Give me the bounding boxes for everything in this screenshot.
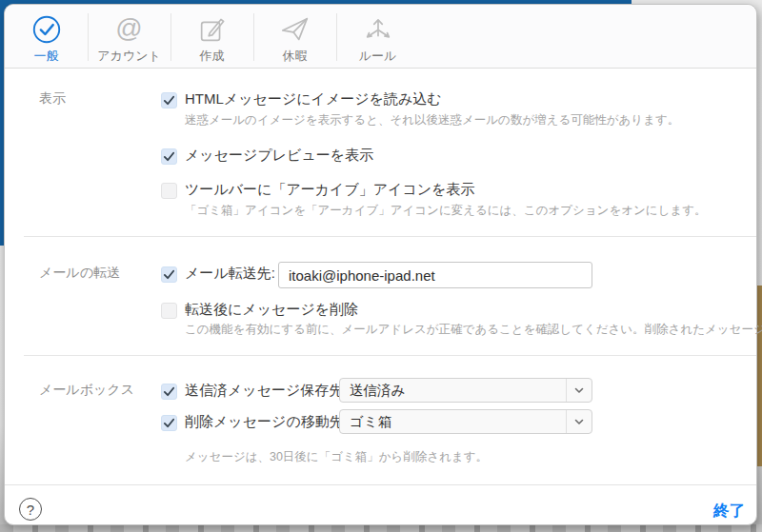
compose-icon (195, 12, 230, 47)
tab-accounts[interactable]: @ アカウント (88, 5, 170, 69)
tab-label: 一般 (34, 48, 59, 65)
helper-load-html-images: 迷惑メールのイメージを表示すると、それ以後迷惑メールの数が増える可能性があります… (185, 112, 679, 128)
background-page-content (0, 524, 762, 532)
mail-preferences-dialog: 一般 @ アカウント 作成 休暇 (4, 4, 757, 525)
question-mark-icon: ? (27, 502, 34, 518)
section-divider (24, 355, 756, 356)
checkbox-label-archive-icon[interactable]: ツールバーに「アーカイブ」アイコンを表示 (185, 181, 475, 199)
sent-save-value: 送信済み (340, 382, 566, 400)
preferences-toolbar: 一般 @ アカウント 作成 休暇 (5, 5, 756, 69)
checkbox-sent-save[interactable] (161, 384, 177, 400)
tab-vacation[interactable]: 休暇 (253, 5, 336, 69)
checkbox-label-delete-after-forward[interactable]: 転送後にメッセージを削除 (185, 301, 358, 319)
helper-delete-after-forward: この機能を有効にする前に、メールアドレスが正確であることを確認してください。削除… (185, 322, 762, 338)
checkbox-label-sent-save[interactable]: 送信済メッセージ保存先: (185, 382, 348, 400)
checkbox-deleted-move[interactable] (161, 415, 177, 431)
tab-label: 休暇 (283, 48, 308, 65)
check-circle-icon (30, 12, 64, 47)
tab-separator (88, 13, 89, 61)
checkbox-label-deleted-move[interactable]: 削除メッセージの移動先: (185, 413, 348, 431)
help-button[interactable]: ? (19, 498, 42, 521)
tab-general[interactable]: 一般 (5, 5, 88, 69)
footer-divider (5, 484, 756, 485)
forward-address-input[interactable] (278, 262, 592, 288)
sent-save-select[interactable]: 送信済み (339, 378, 592, 403)
tab-compose[interactable]: 作成 (170, 5, 253, 69)
chevron-down-icon (566, 379, 592, 402)
chevron-down-icon (566, 410, 592, 433)
deleted-move-select[interactable]: ゴミ箱 (339, 409, 592, 434)
tab-label: 作成 (200, 48, 225, 65)
tab-separator (253, 13, 254, 61)
tab-label: ルール (359, 48, 397, 65)
at-icon: @ (112, 12, 147, 47)
helper-archive-icon: 「ゴミ箱」アイコンを「アーカイブ」アイコンに変えるには、このオプションをオンにし… (185, 203, 706, 219)
checkbox-archive-icon[interactable] (161, 183, 177, 199)
deleted-move-value: ゴミ箱 (340, 413, 566, 431)
branch-arrows-icon (361, 12, 395, 47)
tab-label: アカウント (97, 48, 161, 65)
helper-mailbox-delete: メッセージは、30日後に「ゴミ箱」から削除されます。 (185, 449, 488, 465)
checkbox-label-load-html-images[interactable]: HTMLメッセージにイメージを読み込む (185, 90, 442, 108)
tab-separator (170, 13, 171, 61)
checkbox-delete-after-forward[interactable] (161, 303, 177, 319)
airplane-icon (278, 12, 312, 47)
section-label-forwarding: メールの転送 (39, 265, 120, 282)
checkbox-forward-to[interactable] (161, 266, 177, 283)
section-label-display: 表示 (39, 90, 66, 108)
checkbox-label-forward-to[interactable]: メール転送先: (185, 265, 275, 283)
tab-rules[interactable]: ルール (336, 5, 419, 69)
checkbox-load-html-images[interactable] (161, 92, 177, 108)
done-button[interactable]: 終了 (713, 501, 745, 522)
checkbox-label-message-preview[interactable]: メッセージプレビューを表示 (185, 147, 373, 165)
section-label-mailbox: メールボックス (39, 382, 134, 399)
section-divider (24, 236, 756, 237)
tab-separator (336, 13, 337, 61)
checkbox-message-preview[interactable] (161, 148, 177, 165)
